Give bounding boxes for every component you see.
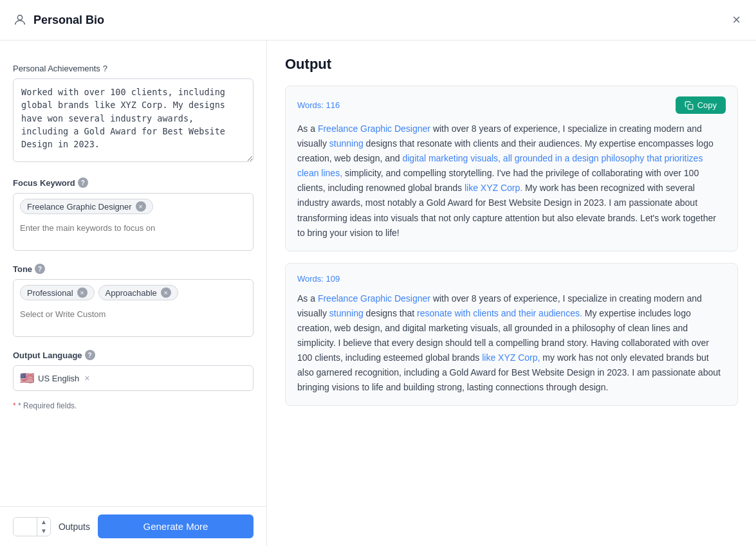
outputs-stepper[interactable]: 1 ▲ ▼ — [13, 517, 51, 536]
outputs-input[interactable]: 1 — [14, 518, 37, 536]
tone-help-icon[interactable]: ? — [35, 264, 45, 274]
word-count-1: Words: 116 — [297, 100, 340, 110]
left-scroll: Personal Achievements ? Worked with over… — [0, 41, 266, 506]
stepper-down-button[interactable]: ▼ — [37, 527, 50, 536]
tone-label: Tone ? — [13, 264, 254, 274]
close-button[interactable]: × — [730, 10, 743, 30]
output-language-label: Output Language ? — [13, 350, 254, 360]
tone-tag-approachable: Approachable × — [98, 285, 178, 300]
tone-tags-container: Professional × Approachable × — [20, 285, 246, 304]
tone-input[interactable] — [20, 308, 246, 320]
modal-title: Personal Bio — [33, 14, 104, 27]
svg-point-0 — [17, 15, 22, 20]
achievements-section: Personal Achievements ? Worked with over… — [13, 64, 254, 165]
language-text: US English — [38, 374, 79, 383]
language-box[interactable]: 🇺🇸 US English × — [13, 365, 254, 391]
required-fields-text: * * Required fields. — [13, 401, 254, 410]
language-flag: 🇺🇸 — [20, 371, 34, 385]
output-card-1: Words: 116 Copy As a Freelance Graphic D… — [285, 86, 738, 251]
achievements-label: Personal Achievements ? — [13, 64, 254, 73]
highlight: like XYZ Corp. — [465, 183, 522, 193]
tone-section: Tone ? Professional × Approachable × — [13, 264, 254, 337]
output-card-2-header: Words: 109 — [297, 274, 726, 284]
highlight: resonate with clients and their audience… — [417, 308, 582, 318]
svg-rect-1 — [688, 104, 693, 109]
copy-button-1[interactable]: Copy — [676, 96, 726, 114]
outputs-label: Outputs — [59, 522, 90, 532]
remove-language-button[interactable]: × — [84, 373, 89, 383]
keyword-tag: Freelance Graphic Designer × — [20, 199, 153, 214]
header-left: Personal Bio — [13, 13, 104, 27]
keyword-tag-container: Freelance Graphic Designer × — [20, 199, 246, 218]
output-language-help-icon[interactable]: ? — [85, 350, 95, 360]
left-panel: Personal Achievements ? Worked with over… — [0, 41, 267, 546]
highlight: Freelance Graphic Designer — [318, 293, 430, 304]
highlight: like XYZ Corp, — [482, 352, 540, 363]
modal-header: Personal Bio × — [0, 0, 756, 41]
output-card-1-header: Words: 116 Copy — [297, 96, 726, 114]
output-card-2: Words: 109 As a Freelance Graphic Design… — [285, 263, 738, 406]
output-language-section: Output Language ? 🇺🇸 US English × — [13, 350, 254, 391]
achievements-help-icon[interactable]: ? — [103, 64, 107, 73]
output-text-2: As a Freelance Graphic Designer with ove… — [297, 291, 726, 396]
remove-tone-approachable-button[interactable]: × — [161, 287, 171, 298]
focus-keyword-help-icon[interactable]: ? — [78, 177, 88, 188]
focus-keyword-label: Focus Keyword ? — [13, 177, 254, 188]
stepper-arrows: ▲ ▼ — [37, 518, 50, 536]
tone-box[interactable]: Professional × Approachable × — [13, 279, 254, 337]
copy-icon-1 — [685, 101, 694, 110]
highlight: stunning — [329, 138, 364, 149]
word-count-2: Words: 109 — [297, 274, 340, 284]
left-footer: 1 ▲ ▼ Outputs Generate More — [0, 506, 266, 546]
remove-tone-professional-button[interactable]: × — [77, 287, 88, 298]
focus-keyword-section: Focus Keyword ? Freelance Graphic Design… — [13, 177, 254, 251]
right-panel: Output Words: 116 Copy As a Freelance Gr… — [267, 41, 756, 546]
output-title: Output — [285, 56, 738, 73]
remove-keyword-tag-button[interactable]: × — [136, 201, 146, 212]
user-icon — [13, 13, 27, 27]
stepper-up-button[interactable]: ▲ — [37, 518, 50, 527]
keyword-input[interactable] — [20, 222, 246, 234]
highlight: Freelance Graphic Designer — [318, 123, 430, 134]
highlight: stunning — [329, 308, 364, 318]
highlight: digital marketing visuals, all grounded … — [297, 153, 703, 178]
tone-tag-professional: Professional × — [20, 285, 95, 300]
output-text-1: As a Freelance Graphic Designer with ove… — [297, 122, 726, 241]
achievements-textarea[interactable]: Worked with over 100 clients, including … — [13, 78, 254, 162]
keyword-box[interactable]: Freelance Graphic Designer × — [13, 193, 254, 251]
generate-more-button[interactable]: Generate More — [98, 514, 254, 538]
main-content: Personal Achievements ? Worked with over… — [0, 41, 756, 546]
